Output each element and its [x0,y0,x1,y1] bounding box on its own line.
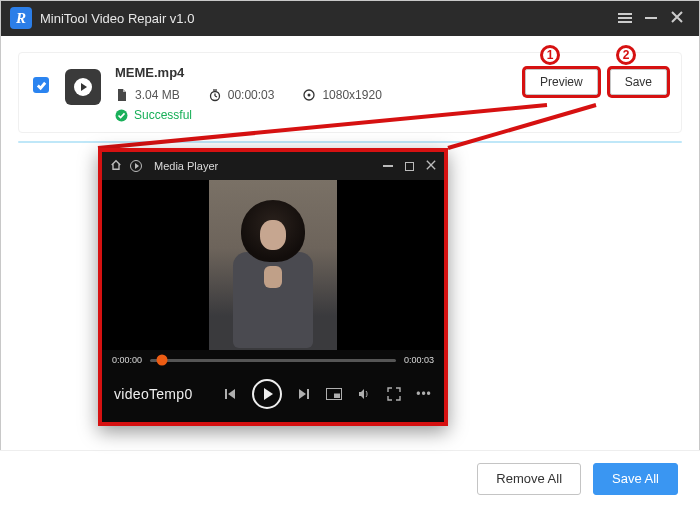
more-button[interactable]: ••• [416,386,432,402]
annotation-badge-2: 2 [616,45,636,65]
mini-view-button[interactable] [326,386,342,402]
playing-file-name: videoTemp0 [114,386,193,402]
svg-rect-5 [334,394,340,399]
mp-minimize-button[interactable] [383,165,393,167]
file-checkbox[interactable] [33,77,49,93]
miniview-icon [326,388,342,400]
file-actions: Preview Save [525,69,667,95]
play-icon [264,388,273,400]
next-button[interactable] [296,386,312,402]
file-resolution: 1080x1920 [302,88,381,102]
media-player-title: Media Player [154,160,218,172]
seek-bar[interactable]: 0:00:00 0:00:03 [102,350,444,370]
annotation-badge-1: 1 [540,45,560,65]
seek-thumb[interactable] [157,355,168,366]
file-status: Successful [115,108,525,122]
footer: Remove All Save All [0,450,700,506]
fullscreen-button[interactable] [386,386,402,402]
video-viewport[interactable] [102,180,444,350]
media-player-window: Media Player 0:00:00 0:00:03 videoTemp0 [98,148,448,426]
main-area: MEME.mp4 3.04 MB 00:00:03 1080x1920 Succ… [0,36,700,143]
preview-button[interactable]: Preview [525,69,598,95]
volume-button[interactable] [356,386,372,402]
time-current: 0:00:00 [112,355,142,365]
clock-icon [208,88,222,102]
file-duration: 00:00:03 [208,88,275,102]
resolution-icon [302,88,316,102]
file-size: 3.04 MB [115,88,180,102]
mp-close-button[interactable] [426,160,436,172]
file-meta-row: 3.04 MB 00:00:03 1080x1920 [115,88,525,102]
volume-icon [357,387,371,401]
video-frame [209,180,337,350]
close-icon [426,160,436,170]
fullscreen-icon [387,387,401,401]
now-playing-icon[interactable] [130,160,142,172]
file-thumbnail [65,69,101,105]
save-button[interactable]: Save [610,69,667,95]
time-total: 0:00:03 [404,355,434,365]
svg-point-2 [308,94,311,97]
file-card: MEME.mp4 3.04 MB 00:00:03 1080x1920 Succ… [18,52,682,133]
maximize-icon [405,162,414,171]
remove-all-button[interactable]: Remove All [477,463,581,495]
play-icon [74,78,92,96]
file-size-value: 3.04 MB [135,88,180,102]
home-icon[interactable] [110,159,122,173]
check-icon [36,80,47,91]
success-icon [115,109,128,122]
play-button[interactable] [252,379,282,409]
minimize-icon [383,165,393,167]
file-info: MEME.mp4 3.04 MB 00:00:03 1080x1920 Succ… [115,65,525,122]
save-all-button[interactable]: Save All [593,463,678,495]
mp-maximize-button[interactable] [405,162,414,171]
seek-track[interactable] [150,359,396,362]
previous-button[interactable] [222,386,238,402]
filesize-icon [115,88,129,102]
player-controls-row: videoTemp0 ••• [102,370,444,418]
file-name: MEME.mp4 [115,65,525,80]
media-player-titlebar: Media Player [102,152,444,180]
file-status-text: Successful [134,108,192,122]
file-resolution-value: 1080x1920 [322,88,381,102]
file-duration-value: 00:00:03 [228,88,275,102]
